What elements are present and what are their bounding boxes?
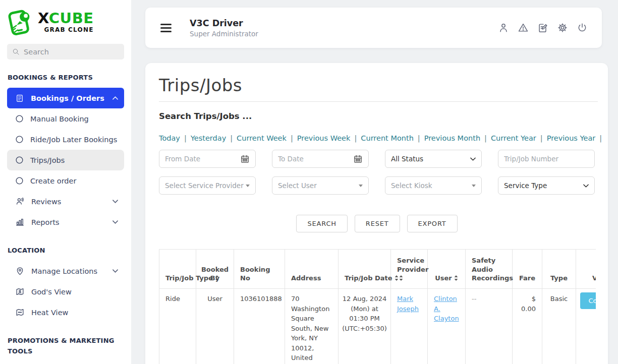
to-date-field[interactable] (272, 150, 369, 168)
col-address[interactable]: Address (285, 250, 339, 289)
logout-power-icon[interactable] (577, 22, 588, 33)
col-clipped[interactable]: V (576, 250, 596, 289)
brand-tagline: GRAB CLONE (44, 26, 93, 33)
service-provider-link[interactable]: Mark Joseph (397, 295, 419, 313)
table-row: Ride User 1036101888 70 Washington Squar… (159, 289, 596, 364)
sidebar-item-reviews[interactable]: Reviews (7, 191, 124, 212)
trip-number-field[interactable] (498, 150, 595, 168)
quick-link-previous-week[interactable]: Previous Week (297, 134, 351, 142)
reset-button[interactable]: RESET (355, 215, 400, 232)
search-button[interactable]: SEARCH (296, 215, 347, 232)
top-header: V3C Driver Super Administrator (145, 8, 602, 48)
alerts-icon[interactable] (518, 22, 529, 33)
separator: | (354, 134, 357, 142)
action-buttons: SEARCH RESET EXPORT (159, 215, 595, 232)
sidebar: XCUBE GRAB CLONE BOOKINGS & REPORTS Book… (0, 0, 131, 364)
dropdown-arrow-icon (246, 185, 250, 187)
sidebar-search-input[interactable] (24, 48, 109, 56)
search-heading: Search Trips/Jobs ... (159, 111, 608, 121)
rocket-phone-logo-icon (7, 8, 34, 36)
col-safety-audio[interactable]: Safety Audio Recordings (466, 250, 513, 289)
bar-chart-icon (15, 217, 25, 227)
from-date-field[interactable] (159, 150, 256, 168)
sidebar-item-label: Reviews (31, 198, 106, 206)
status-button[interactable]: Co (580, 292, 596, 309)
section-location: LOCATION (8, 245, 116, 256)
col-trip-date[interactable]: Trip/Job Date (339, 250, 391, 289)
service-provider-select[interactable]: Select Service Provider (159, 176, 256, 195)
radio-circle-icon (15, 176, 24, 185)
col-booking-no[interactable]: Booking No (234, 250, 285, 289)
chevron-down-icon (583, 184, 589, 188)
col-label: Booking No (240, 266, 270, 282)
sidebar-search[interactable] (7, 44, 124, 59)
brand-name: XCUBE (38, 11, 94, 26)
sidebar-item-label: Reports (31, 218, 106, 226)
sidebar-item-bookings-orders[interactable]: Bookings / Orders (7, 88, 124, 108)
quick-link-current-year[interactable]: Current Year (491, 134, 536, 142)
sidebar-item-heat-view[interactable]: Heat View (7, 302, 124, 323)
sidebar-item-manual-booking[interactable]: Manual Booking (7, 108, 124, 129)
col-user[interactable]: User (428, 250, 466, 289)
quick-link-previous-month[interactable]: Previous Month (424, 134, 480, 142)
dropdown-arrow-icon (472, 185, 476, 187)
sidebar-item-label: Manual Booking (30, 115, 118, 123)
separator: | (291, 134, 293, 142)
col-label: Trip/Job Type (165, 274, 213, 282)
radio-circle-icon (15, 156, 24, 164)
quick-link-previous-year[interactable]: Previous Year (547, 134, 596, 142)
settings-gear-icon[interactable] (557, 22, 568, 33)
profile-icon[interactable] (498, 22, 509, 33)
quick-link-yesterday[interactable]: Yesterday (191, 134, 226, 142)
dropdown-arrow-icon (359, 185, 363, 187)
section-promotions: PROMOTIONS & MARKETING TOOLS (8, 335, 116, 356)
separator: | (418, 134, 420, 142)
menu-toggle-icon[interactable] (160, 24, 172, 32)
chevron-down-icon (113, 220, 118, 224)
col-trip-type[interactable]: Trip/Job Type (159, 250, 196, 289)
cell-status: Co (576, 289, 596, 364)
notes-edit-icon[interactable] (537, 22, 548, 33)
col-label: User (435, 274, 452, 282)
sidebar-item-ride-job-later[interactable]: Ride/Job Later Bookings (7, 129, 124, 150)
sidebar-item-manage-locations[interactable]: Manage Locations (7, 261, 124, 281)
calendar-icon[interactable] (240, 154, 250, 164)
to-date-input[interactable] (278, 155, 350, 163)
col-label: Type (550, 274, 568, 282)
col-label: V (592, 274, 596, 282)
sidebar-item-create-order[interactable]: Create order (7, 170, 124, 191)
col-fare[interactable]: Fare (513, 250, 542, 289)
sidebar-item-trips-jobs[interactable]: Trips/Jobs (7, 150, 124, 170)
export-button[interactable]: EXPORT (407, 215, 458, 232)
sidebar-item-gods-view[interactable]: God's View (7, 281, 124, 302)
status-select[interactable]: All Status (385, 150, 482, 168)
cell-service-provider: Mark Joseph (391, 289, 428, 364)
reviews-person-icon (15, 197, 25, 206)
trip-number-input[interactable] (504, 155, 589, 163)
filter-bar: All Status Select Service Provider Selec… (159, 150, 608, 195)
trips-table: Trip/Job Type Booked By Booking No Addre… (159, 249, 596, 364)
sidebar-item-promocode[interactable]: Promocode (7, 361, 124, 364)
user-role: Super Administrator (190, 30, 258, 38)
sort-icon[interactable] (454, 275, 458, 281)
trips-table-container[interactable]: Trip/Job Type Booked By Booking No Addre… (159, 249, 596, 364)
sidebar-item-reports[interactable]: Reports (7, 212, 124, 232)
calendar-icon[interactable] (353, 154, 363, 164)
service-type-select[interactable]: Service Type (498, 176, 595, 195)
quick-link-today[interactable]: Today (159, 134, 180, 142)
quick-link-current-week[interactable]: Current Week (237, 134, 287, 142)
col-label: Fare (519, 274, 535, 282)
from-date-input[interactable] (165, 155, 237, 163)
map-person-icon (15, 287, 25, 296)
sort-icon[interactable] (399, 275, 403, 281)
kiosk-select[interactable]: Select Kiosk (385, 176, 482, 195)
divider (159, 101, 598, 102)
user-link[interactable]: Clinton A. Clayton (434, 295, 459, 322)
table-header-row: Trip/Job Type Booked By Booking No Addre… (159, 250, 596, 289)
sidebar-item-label: Ride/Job Later Bookings (30, 136, 118, 144)
user-select[interactable]: Select User (272, 176, 369, 195)
col-label: Safety Audio Recordings (472, 257, 513, 282)
quick-link-current-month[interactable]: Current Month (361, 134, 414, 142)
separator: | (540, 134, 543, 142)
col-type[interactable]: Type (542, 250, 576, 289)
